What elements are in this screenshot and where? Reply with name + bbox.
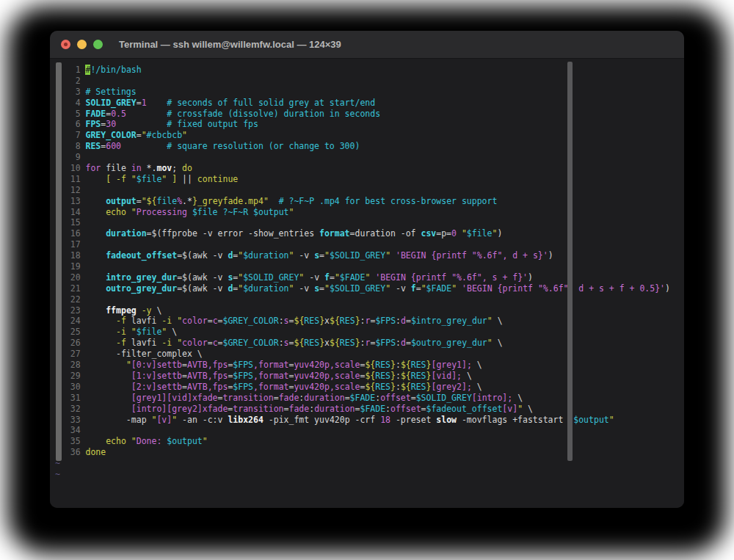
code-line: 34 [55, 425, 684, 436]
code-line: 22 [55, 294, 684, 305]
close-button[interactable] [61, 40, 70, 49]
filler-row: ~ [55, 469, 684, 480]
code-line: 7GREY_COLOR="#cbcbcb" [55, 130, 684, 141]
titlebar[interactable]: Terminal — ssh willem@willemfw.local — 1… [50, 31, 684, 59]
code-line: 14 echo "Processing $file ?~F~R $output" [55, 207, 684, 218]
minimize-button[interactable] [77, 40, 87, 49]
filler-row: ~ [55, 458, 684, 469]
code-line: 27 -filter_complex \ [55, 349, 684, 360]
code-line: 15 [55, 217, 684, 228]
code-line: 1#!/bin/bash [55, 65, 684, 76]
code-line: 6FPS=30 # fixed output fps [55, 119, 684, 130]
code-line: 18 fadeout_offset=$(awk -v d="$duration"… [55, 250, 684, 261]
code-area[interactable]: 1#!/bin/bash23# Settings4SOLID_GREY=1 # … [55, 65, 684, 480]
code-line: 33 -map "[v]" -an -c:v libx264 -pix_fmt … [55, 415, 684, 426]
code-line: 11 [ -f "$file" ] || continue [55, 174, 684, 185]
code-line: 32 [intro][grey2]xfade=transition=fade:d… [55, 404, 684, 415]
code-line: 19 [55, 261, 684, 272]
vim-filler-tilde: ~ [55, 469, 60, 480]
terminal-content[interactable]: 1#!/bin/bash23# Settings4SOLID_GREY=1 # … [50, 59, 684, 508]
code-line: 20 intro_grey_dur=$(awk -v s="$SOLID_GRE… [55, 272, 684, 283]
code-line: 24 -f lavfi -i "color=c=$GREY_COLOR:s=${… [55, 316, 684, 327]
code-line: 3# Settings [55, 87, 684, 98]
code-line: 17 [55, 239, 684, 250]
code-line: 9 [55, 152, 684, 163]
code-line: 21 outro_grey_dur=$(awk -v d="$duration"… [55, 283, 684, 294]
close-dot-icon [64, 43, 68, 46]
code-line: 26 -f lavfi -i "color=c=$GREY_COLOR:s=${… [55, 338, 684, 349]
code-line: 8RES=600 # square resolution (or change … [55, 141, 684, 152]
code-line: 35 echo "Done: $output" [55, 436, 684, 447]
code-line: 31 [grey1][vid]xfade=transition=fade:dur… [55, 393, 684, 404]
terminal-window[interactable]: Terminal — ssh willem@willemfw.local — 1… [50, 31, 684, 508]
code-line: 2 [55, 76, 684, 87]
window-title: Terminal — ssh willem@willemfw.local — 1… [119, 39, 341, 50]
code-line: 25 -i "$file" \ [55, 327, 684, 338]
code-line: 28 "[0:v]settb=AVTB,fps=$FPS,format=yuv4… [55, 360, 684, 371]
code-line: 13 output="${file%.*}_greyfade.mp4" # ?~… [55, 196, 684, 207]
zoom-button[interactable] [93, 40, 103, 49]
left-scrollbar[interactable] [56, 62, 62, 461]
code-line: 36done [55, 447, 684, 458]
code-line: 4SOLID_GREY=1 # seconds of full solid gr… [55, 98, 684, 109]
code-line: 10for file in *.mov; do [55, 163, 684, 174]
right-scrollbar[interactable] [567, 62, 573, 461]
code-line: 29 [1:v]settb=AVTB,fps=$FPS,format=yuv42… [55, 371, 684, 382]
code-line: 12 [55, 185, 684, 196]
traffic-lights [50, 40, 103, 49]
desktop-background: Terminal — ssh willem@willemfw.local — 1… [0, 0, 734, 560]
code-line: 5FADE=0.5 # crossfade (dissolve) duratio… [55, 109, 684, 120]
code-line: 30 [2:v]settb=AVTB,fps=$FPS,format=yuv42… [55, 382, 684, 393]
code-line: 16 duration=$(ffprobe -v error -show_ent… [55, 228, 684, 239]
code-line: 23 ffmpeg -y \ [55, 305, 684, 316]
